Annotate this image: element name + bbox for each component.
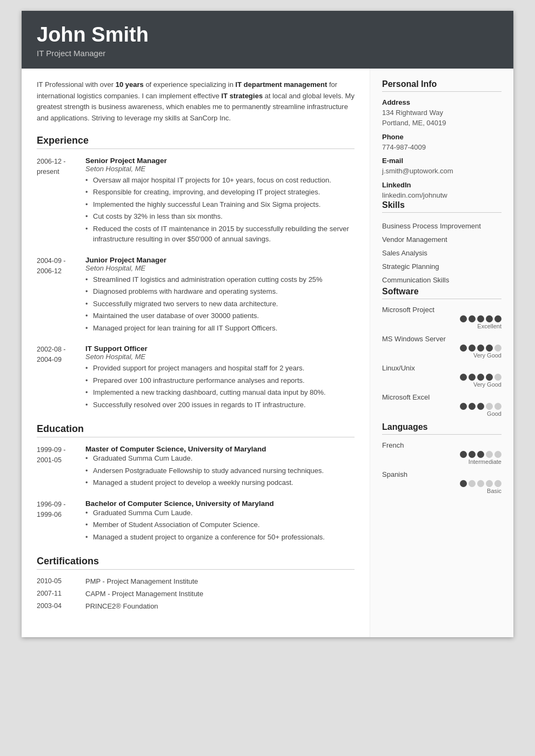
entry-title: Senior Project Manager — [85, 157, 355, 165]
dot-empty — [494, 403, 501, 410]
software-item: Linux/UnixVery Good — [382, 364, 501, 388]
dot-filled — [477, 403, 484, 410]
dot-empty — [494, 374, 501, 381]
dot-filled — [460, 345, 467, 352]
entry-list: Graduated Summa Cum Laude.Andersen Postg… — [85, 453, 355, 488]
list-item: Maintained the user database of over 300… — [85, 310, 355, 321]
skill-item: Business Process Improvement — [382, 219, 501, 233]
languages-section: Languages FrenchIntermediateSpanishBasic — [382, 422, 501, 494]
dot-filled — [469, 451, 476, 458]
certifications-section-title: Certifications — [37, 556, 355, 570]
entry-content: Master of Computer Science, University o… — [85, 445, 355, 490]
list-item: Prepared over 100 infrastructure perform… — [85, 375, 355, 386]
experience-section-title: Experience — [37, 135, 355, 149]
dot-empty — [494, 480, 501, 487]
entry-date: 2002-08 - 2004-09 — [37, 345, 85, 411]
cert-name: PMP - Project Management Institute — [85, 577, 198, 585]
dot-filled — [494, 315, 501, 322]
list-item: Implemented the highly successful Lean T… — [85, 199, 355, 210]
personal-info-title: Personal Info — [382, 79, 501, 92]
dots-row — [382, 451, 501, 458]
phone-value: 774-987-4009 — [382, 142, 501, 153]
skill-item: Communication Skills — [382, 273, 501, 287]
skills-list: Business Process ImprovementVendor Manag… — [382, 219, 501, 287]
list-item: Managed a student project to develop a w… — [85, 477, 355, 488]
entry-list: Graduated Summa Cum Laude.Member of Stud… — [85, 508, 355, 543]
cert-date: 2003-04 — [37, 602, 85, 610]
dot-empty — [486, 403, 493, 410]
education-section-title: Education — [37, 423, 355, 437]
dot-label: Intermediate — [382, 458, 501, 465]
dot-empty — [494, 451, 501, 458]
entry-content: Senior Project ManagerSeton Hospital, ME… — [85, 157, 355, 246]
dot-filled — [460, 403, 467, 410]
dot-filled — [477, 451, 484, 458]
dot-filled — [486, 345, 493, 352]
dot-empty — [477, 480, 484, 487]
software-name: Linux/Unix — [382, 364, 501, 372]
resume-container: John Smith IT Project Manager IT Profess… — [22, 11, 513, 637]
dot-filled — [460, 315, 467, 322]
cert-name: PRINCE2® Foundation — [85, 602, 158, 610]
list-item: Graduated Summa Cum Laude. — [85, 508, 355, 518]
entry-date: 2006-12 - present — [37, 157, 85, 246]
personal-info-section: Personal Info Address 134 Rightward WayP… — [382, 79, 501, 201]
entry-company: Seton Hospital, ME — [85, 353, 355, 361]
software-name: Microsoft Project — [382, 306, 501, 314]
entry: 1999-09 - 2001-05Master of Computer Scie… — [37, 445, 355, 490]
dot-filled — [460, 480, 467, 487]
cert-date: 2010-05 — [37, 577, 85, 585]
email-label: E-mail — [382, 157, 501, 165]
list-item: Diagnosed problems with hardware and ope… — [85, 286, 355, 297]
certifications-section: Certifications 2010-05PMP - Project Mana… — [37, 556, 355, 610]
dot-filled — [486, 374, 493, 381]
list-item: Graduated Summa Cum Laude. — [85, 453, 355, 464]
dot-label: Very Good — [382, 381, 501, 388]
resume-body: IT Professional with over 10 years of ex… — [22, 69, 513, 638]
skill-item: Sales Analysis — [382, 246, 501, 260]
linkedin-value: linkedin.com/johnutw — [382, 190, 501, 201]
skills-section-title: Skills — [382, 200, 501, 213]
dot-filled — [477, 374, 484, 381]
software-name: Spanish — [382, 470, 501, 478]
cert-entry: 2007-11CAPM - Project Management Institu… — [37, 590, 355, 598]
list-item: Implemented a new tracking dashboard, cu… — [85, 387, 355, 398]
entry-content: Bachelor of Computer Science, University… — [85, 500, 355, 544]
software-name: Microsoft Excel — [382, 393, 501, 401]
dots-row — [382, 480, 501, 487]
dot-filled — [460, 451, 467, 458]
list-item: Member of Student Association of Compute… — [85, 519, 355, 530]
dot-filled — [477, 345, 484, 352]
cert-entry: 2010-05PMP - Project Management Institut… — [37, 577, 355, 585]
dot-empty — [486, 480, 493, 487]
experience-entries: 2006-12 - presentSenior Project ManagerS… — [37, 157, 355, 412]
address-label: Address — [382, 98, 501, 106]
dot-empty — [486, 451, 493, 458]
entry-title: Master of Computer Science, University o… — [85, 445, 355, 453]
software-name: MS Windows Server — [382, 335, 501, 343]
dot-label: Good — [382, 410, 501, 417]
list-item: Successfully migrated two servers to new… — [85, 299, 355, 309]
entry: 1996-09 - 1999-06Bachelor of Computer Sc… — [37, 500, 355, 544]
software-item: Microsoft ExcelGood — [382, 393, 501, 417]
dot-filled — [469, 403, 476, 410]
languages-section-title: Languages — [382, 422, 501, 435]
list-item: Successfully resolved over 200 issues in… — [85, 400, 355, 410]
entry-date: 1999-09 - 2001-05 — [37, 445, 85, 490]
list-item: Cut costs by 32% in less than six months… — [85, 211, 355, 222]
entry: 2004-09 - 2006-12Junior Project ManagerS… — [37, 256, 355, 335]
applicant-name: John Smith — [37, 24, 498, 46]
cert-entry: 2003-04PRINCE2® Foundation — [37, 602, 355, 610]
entry-date: 2004-09 - 2006-12 — [37, 256, 85, 335]
dot-filled — [486, 315, 493, 322]
dot-label: Excellent — [382, 323, 501, 329]
skills-section: Skills Business Process ImprovementVendo… — [382, 200, 501, 287]
skill-item: Strategic Planning — [382, 260, 501, 273]
list-item: Responsible for creating, improving, and… — [85, 187, 355, 198]
cert-name: CAPM - Project Management Institute — [85, 590, 203, 598]
dots-row — [382, 403, 501, 410]
entry-content: IT Support OfficerSeton Hospital, MEProv… — [85, 345, 355, 411]
certification-entries: 2010-05PMP - Project Management Institut… — [37, 577, 355, 610]
list-item: Reduced the costs of IT maintenance in 2… — [85, 224, 355, 245]
list-item: Managed a student project to organize a … — [85, 532, 355, 543]
